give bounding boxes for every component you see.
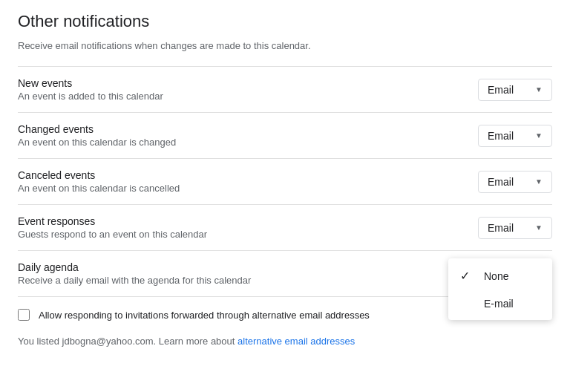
- page-subtitle: Receive email notifications when changes…: [18, 40, 552, 51]
- notification-row-new-events: New eventsAn event is added to this cale…: [18, 66, 552, 112]
- chevron-down-icon: ▼: [535, 131, 543, 140]
- footer-prefix: You listed jdbogna@yahoo.com. Learn more…: [18, 336, 238, 347]
- row-text-canceled-events: Canceled eventsAn event on this calendar…: [18, 169, 180, 194]
- dropdown-btn-changed-events[interactable]: Email▼: [478, 125, 552, 147]
- daily-agenda-dropdown-menu: ✓ None E-mail: [448, 258, 552, 320]
- dropdown-btn-event-responses[interactable]: Email▼: [478, 217, 552, 239]
- chevron-down-icon: ▼: [535, 177, 543, 186]
- chevron-down-icon: ▼: [535, 85, 543, 94]
- dropdown-value-new-events: Email: [488, 84, 514, 96]
- notification-row-changed-events: Changed eventsAn event on this calendar …: [18, 112, 552, 158]
- notification-row-canceled-events: Canceled eventsAn event on this calendar…: [18, 158, 552, 204]
- row-desc-new-events: An event is added to this calendar: [18, 91, 163, 102]
- dropdown-none-label: None: [484, 270, 508, 282]
- dropdown-email-label: E-mail: [484, 298, 514, 310]
- row-title-new-events: New events: [18, 77, 163, 89]
- dropdown-value-canceled-events: Email: [488, 176, 514, 188]
- row-title-event-responses: Event responses: [18, 215, 207, 227]
- row-desc-event-responses: Guests respond to an event on this calen…: [18, 229, 207, 240]
- row-text-changed-events: Changed eventsAn event on this calendar …: [18, 123, 176, 148]
- dropdown-item-email[interactable]: E-mail: [448, 290, 552, 317]
- footer-text: You listed jdbogna@yahoo.com. Learn more…: [18, 336, 552, 347]
- chevron-down-icon: ▼: [535, 223, 543, 232]
- dropdown-value-changed-events: Email: [488, 130, 514, 142]
- row-title-changed-events: Changed events: [18, 123, 176, 135]
- page-title: Other notifications: [18, 12, 552, 31]
- row-desc-canceled-events: An event on this calendar is cancelled: [18, 183, 180, 194]
- dropdown-item-none[interactable]: ✓ None: [448, 261, 552, 290]
- row-desc-changed-events: An event on this calendar is changed: [18, 137, 176, 148]
- row-title-canceled-events: Canceled events: [18, 169, 180, 181]
- row-text-event-responses: Event responsesGuests respond to an even…: [18, 215, 207, 240]
- dropdown-btn-canceled-events[interactable]: Email▼: [478, 171, 552, 193]
- checkmark-icon: ✓: [460, 269, 475, 283]
- row-desc-daily-agenda: Receive a daily email with the agenda fo…: [18, 275, 251, 286]
- allow-forwarding-checkbox[interactable]: [18, 309, 30, 321]
- row-text-new-events: New eventsAn event is added to this cale…: [18, 77, 163, 102]
- row-title-daily-agenda: Daily agenda: [18, 261, 251, 273]
- row-text-daily-agenda: Daily agendaReceive a daily email with t…: [18, 261, 251, 286]
- notification-row-event-responses: Event responsesGuests respond to an even…: [18, 204, 552, 250]
- dropdown-value-event-responses: Email: [488, 222, 514, 234]
- alternative-email-link[interactable]: alternative email addresses: [238, 336, 355, 347]
- checkbox-label: Allow responding to invitations forwarde…: [39, 310, 370, 321]
- dropdown-btn-new-events[interactable]: Email▼: [478, 79, 552, 101]
